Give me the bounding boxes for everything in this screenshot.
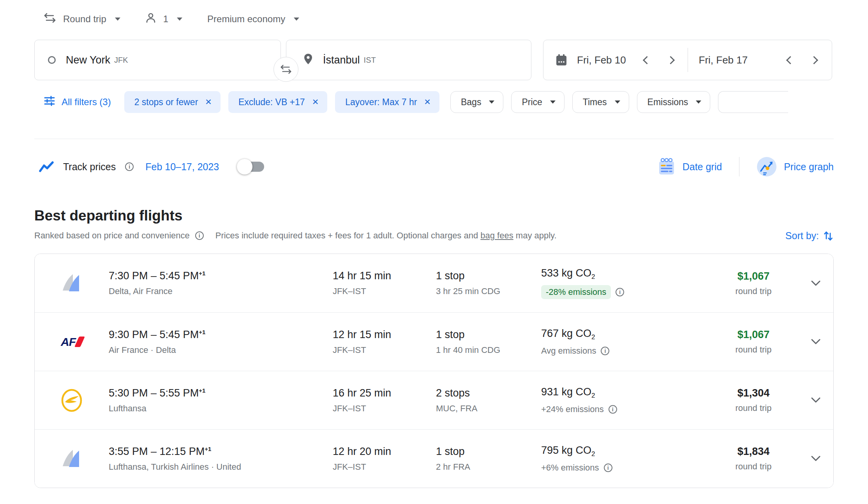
destination-airport-code: IST [364, 56, 376, 65]
filter-chip-stops[interactable]: 2 stops or fewer ✕ [124, 91, 221, 113]
airlines-label: Air France · Delta [109, 345, 333, 355]
plus-days: +1 [205, 446, 211, 452]
emissions-cell: 767 kg CO2 Avg emissions i [541, 328, 709, 356]
price-cell: $1,067 round trip [709, 270, 798, 296]
passenger-selector[interactable]: 1 [145, 12, 182, 26]
expand-flight-button[interactable] [798, 339, 833, 345]
bags-filter-button[interactable]: Bags [450, 91, 503, 113]
trip-type-text: round trip [736, 462, 772, 472]
route-text: JFK–IST [333, 462, 436, 472]
price-graph-button[interactable]: Price graph [757, 157, 834, 177]
clipped-filter-button[interactable] [718, 91, 788, 113]
expand-flight-button[interactable] [798, 280, 833, 286]
return-date-next-button[interactable] [810, 56, 818, 64]
results-subheader: Ranked based on price and convenience i … [34, 229, 834, 242]
destination-city: İstanbul [323, 54, 360, 66]
times-text: 9:30 PM – 5:45 PM [109, 329, 199, 340]
flight-times: 5:30 PM – 5:55 PM+1 [109, 387, 333, 399]
return-date[interactable]: Fri, Feb 17 [699, 54, 748, 66]
depart-date-section[interactable]: Fri, Feb 10 [555, 54, 677, 66]
swap-arrows-icon [280, 64, 292, 74]
info-icon[interactable]: i [609, 405, 617, 414]
all-filters-button[interactable]: All filters (3) [44, 95, 111, 109]
destination-input[interactable]: İstanbul IST [286, 40, 531, 80]
date-grid-icon [658, 157, 676, 176]
track-prices-label: Track prices [63, 161, 116, 173]
route-text: JFK–IST [333, 404, 436, 414]
info-icon[interactable]: i [601, 347, 609, 355]
info-icon[interactable]: i [604, 463, 612, 472]
times-cell: 7:30 PM – 5:45 PM+1 Delta, Air France [109, 270, 333, 296]
chevron-down-icon [696, 100, 701, 104]
swap-locations-button[interactable] [273, 57, 298, 82]
price-cell: $1,067 round trip [709, 329, 798, 355]
cabin-class-selector[interactable]: Premium economy [207, 14, 299, 25]
flight-row[interactable]: 5:30 PM – 5:55 PM+1 Lufthansa 16 hr 25 m… [35, 371, 833, 429]
section-divider [34, 139, 834, 139]
sort-by-button[interactable]: Sort by: [785, 229, 834, 242]
emissions-cell: 533 kg CO2 -28% emissions i [541, 267, 709, 299]
chip-label: Exclude: VB +17 [238, 97, 305, 107]
co2-subscript: 2 [591, 273, 595, 280]
air-france-red-slash [74, 337, 85, 347]
times-text: 3:55 PM – 12:15 PM [109, 446, 205, 457]
date-range-link[interactable]: Feb 10–17, 2023 [145, 161, 219, 173]
return-date-section[interactable]: Fri, Feb 17 [699, 54, 820, 66]
emissions-badge: -28% emissions [541, 285, 611, 299]
passenger-count: 1 [163, 14, 168, 25]
times-filter-button[interactable]: Times [572, 91, 629, 113]
stop-detail-text: 3 hr 25 min CDG [436, 286, 541, 296]
filter-chip-exclude[interactable]: Exclude: VB +17 ✕ [228, 91, 327, 113]
depart-date-next-button[interactable] [666, 56, 674, 64]
price-cell: $1,304 round trip [709, 387, 798, 413]
duration-cell: 14 hr 15 min JFK–IST [333, 270, 436, 296]
price-filter-button[interactable]: Price [511, 91, 564, 113]
expand-flight-button[interactable] [798, 397, 833, 403]
trip-type-text: round trip [736, 286, 772, 296]
info-icon[interactable]: i [616, 288, 624, 296]
stop-detail-text: 2 hr FRA [436, 462, 541, 472]
depart-date-prev-button[interactable] [642, 56, 651, 64]
bag-fees-link[interactable]: bag fees [480, 231, 513, 240]
origin-input[interactable]: New York JFK [34, 40, 281, 80]
air-france-logo: AF [35, 335, 109, 349]
trip-type-selector[interactable]: Round trip [44, 13, 120, 25]
info-icon[interactable]: i [125, 162, 134, 171]
date-grid-button[interactable]: Date grid [658, 157, 722, 176]
origin-circle-icon [48, 56, 56, 64]
times-text: 7:30 PM – 5:45 PM [109, 270, 199, 282]
trip-type-text: round trip [736, 345, 772, 355]
close-icon[interactable]: ✕ [312, 97, 319, 107]
stop-detail-text: MUC, FRA [436, 404, 541, 414]
chevron-down-icon [811, 339, 820, 345]
price-cell: $1,834 round trip [709, 446, 798, 472]
trip-type-label: Round trip [63, 14, 106, 25]
date-range-field: Fri, Feb 10 Fri, Feb 17 [543, 40, 832, 80]
depart-date[interactable]: Fri, Feb 10 [577, 54, 626, 66]
person-icon [145, 12, 156, 26]
track-prices-group: Track prices i Feb 10–17, 2023 [39, 159, 264, 174]
close-icon[interactable]: ✕ [205, 97, 212, 107]
duration-cell: 12 hr 20 min JFK–IST [333, 446, 436, 472]
track-prices-toggle[interactable] [237, 159, 264, 174]
return-date-prev-button[interactable] [786, 56, 794, 64]
trip-options-bar: Round trip 1 Premium economy [34, 10, 834, 28]
origin-airport-code: JFK [114, 56, 128, 65]
flight-times: 9:30 PM – 5:45 PM+1 [109, 329, 333, 341]
co2-subscript: 2 [591, 451, 595, 458]
flight-row[interactable]: 7:30 PM – 5:45 PM+1 Delta, Air France 14… [35, 254, 833, 312]
cabin-class-label: Premium economy [207, 14, 285, 25]
price-text: $1,304 [737, 387, 770, 399]
close-icon[interactable]: ✕ [424, 97, 431, 107]
filters-bar: All filters (3) 2 stops or fewer ✕ Exclu… [34, 91, 834, 113]
duration-cell: 12 hr 15 min JFK–IST [333, 329, 436, 355]
info-icon[interactable]: i [195, 231, 204, 240]
expand-flight-button[interactable] [798, 456, 833, 462]
chip-label: Price [522, 97, 542, 107]
duration-text: 14 hr 15 min [333, 270, 436, 282]
flight-row[interactable]: 3:55 PM – 12:15 PM+1 Lufthansa, Turkish … [35, 429, 833, 488]
emissions-filter-button[interactable]: Emissions [637, 91, 711, 113]
emissions-text: +6% emissions [541, 463, 599, 473]
flight-row[interactable]: AF 9:30 PM – 5:45 PM+1 Air France · Delt… [35, 312, 833, 371]
filter-chip-layover[interactable]: Layover: Max 7 hr ✕ [335, 91, 439, 113]
